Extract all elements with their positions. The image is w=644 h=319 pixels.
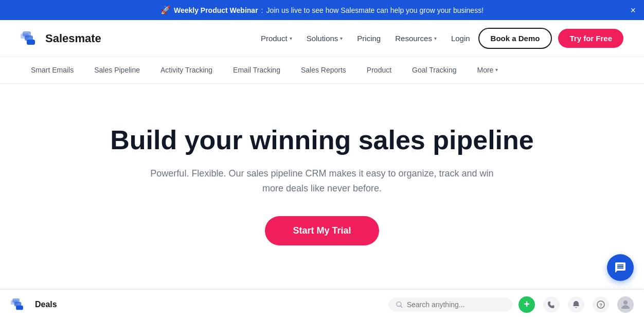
nav-item-solutions[interactable]: Solutions ▾	[307, 34, 343, 43]
nav-actions: Login Book a Demo Try for Free	[451, 28, 623, 49]
secondary-nav-activity-tracking[interactable]: Activity Tracking	[150, 57, 223, 84]
chevron-down-icon: ▾	[290, 36, 292, 41]
secondary-nav-more[interactable]: More ▾	[467, 57, 508, 84]
announcement-bar: 🚀 Weekly Product Webinar : Join us live …	[0, 0, 644, 20]
hero-section: Build your winning sales pipeline Powerf…	[0, 84, 644, 276]
secondary-nav-smart-emails[interactable]: Smart Emails	[21, 57, 84, 84]
nav-product-link[interactable]: Product ▾	[261, 34, 292, 43]
nav-solutions-link[interactable]: Solutions ▾	[307, 34, 343, 43]
nav-item-pricing[interactable]: Pricing	[357, 34, 381, 43]
announcement-close-button[interactable]: ×	[630, 6, 636, 15]
book-demo-button[interactable]: Book a Demo	[478, 28, 552, 49]
secondary-nav: Smart Emails Sales Pipeline Activity Tra…	[0, 57, 644, 84]
nav-pricing-label: Pricing	[357, 34, 381, 43]
nav-product-label: Product	[261, 34, 288, 43]
secondary-nav-goal-tracking[interactable]: Goal Tracking	[402, 57, 467, 84]
nav-links: Product ▾ Solutions ▾ Pricing Resources …	[261, 34, 437, 43]
secondary-nav-email-tracking[interactable]: Email Tracking	[223, 57, 291, 84]
nav-item-resources[interactable]: Resources ▾	[395, 34, 437, 43]
more-chevron-icon: ▾	[495, 67, 498, 73]
chevron-down-icon: ▾	[340, 36, 343, 41]
announcement-separator: :	[261, 6, 263, 14]
svg-rect-3	[27, 40, 35, 45]
rocket-icon: 🚀	[160, 5, 171, 15]
main-nav: Salesmate Product ▾ Solutions ▾ Pricing …	[0, 20, 644, 57]
secondary-nav-sales-pipeline[interactable]: Sales Pipeline	[84, 57, 150, 84]
nav-resources-label: Resources	[395, 34, 432, 43]
chevron-down-icon: ▾	[434, 36, 437, 41]
announcement-bold: Weekly Product Webinar	[174, 6, 258, 14]
logo-link[interactable]: Salesmate	[21, 31, 101, 46]
secondary-nav-sales-reports[interactable]: Sales Reports	[291, 57, 356, 84]
nav-solutions-label: Solutions	[307, 34, 338, 43]
secondary-nav-product[interactable]: Product	[356, 57, 402, 84]
hero-title: Build your winning sales pipeline	[110, 125, 533, 156]
nav-resources-link[interactable]: Resources ▾	[395, 34, 437, 43]
try-free-button[interactable]: Try for Free	[558, 29, 623, 48]
nav-item-product[interactable]: Product ▾	[261, 34, 292, 43]
start-trial-button[interactable]: Start My Trial	[265, 216, 379, 245]
logo-icon	[21, 31, 41, 46]
nav-pricing-link[interactable]: Pricing	[357, 34, 381, 43]
logo-text: Salesmate	[45, 32, 101, 45]
hero-subtitle: Powerful. Flexible. Our sales pipeline C…	[142, 166, 502, 196]
chat-button[interactable]	[607, 254, 634, 276]
login-link[interactable]: Login	[451, 34, 470, 43]
announcement-text: Join us live to see how Salesmate can he…	[266, 6, 484, 14]
